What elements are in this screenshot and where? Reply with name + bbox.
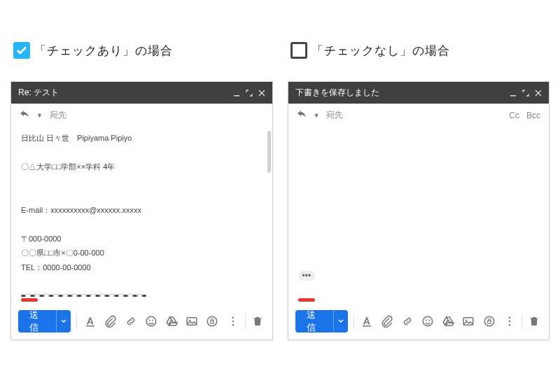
caption-text: 「チェックあり」の場合 — [34, 43, 173, 59]
expand-icon[interactable] — [522, 90, 529, 97]
expand-icon[interactable] — [246, 90, 253, 97]
body-line — [21, 218, 262, 230]
more-options-icon[interactable] — [502, 314, 517, 329]
svg-point-14 — [424, 316, 433, 326]
emoji-icon[interactable] — [421, 314, 435, 329]
body-line: E-mail：xxxxxxxxxx@xxxxxx.xxxxx — [21, 204, 262, 216]
show-trimmed-button[interactable]: ••• — [298, 271, 316, 281]
body-line: TEL：0000-00-0000 — [21, 262, 262, 274]
formatting-icon[interactable] — [360, 314, 374, 329]
svg-point-4 — [152, 320, 153, 321]
confidential-icon[interactable] — [482, 314, 496, 329]
recipients-row[interactable]: ▼ 宛先 — [11, 104, 272, 124]
svg-point-15 — [426, 320, 427, 321]
svg-point-2 — [146, 316, 156, 326]
recipient-label[interactable]: 宛先 — [326, 109, 502, 121]
body-line — [21, 147, 262, 159]
body-line: 〒000-0000 — [21, 233, 262, 245]
svg-rect-17 — [464, 318, 474, 326]
toolbar-separator — [245, 314, 246, 328]
link-icon[interactable] — [400, 314, 415, 329]
svg-point-21 — [509, 317, 510, 318]
checkbox-checked-icon — [13, 42, 30, 59]
attach-icon[interactable] — [103, 314, 118, 329]
svg-rect-12 — [510, 95, 516, 97]
toolbar-separator — [354, 314, 354, 328]
reply-dropdown-icon[interactable]: ▼ — [314, 112, 320, 119]
checkbox-unchecked-icon — [290, 42, 307, 59]
send-button-label: 送信 — [295, 310, 333, 332]
svg-rect-5 — [187, 318, 197, 326]
compose-window-left: Re: テスト ▼ 宛先 日比山 日々世 Pipiyama Pipiyo 〇△大… — [10, 81, 273, 340]
discard-icon[interactable] — [526, 314, 542, 329]
svg-rect-20 — [487, 321, 491, 323]
image-icon[interactable] — [461, 314, 476, 329]
caption-unchecked: 「チェックなし」の場合 — [288, 42, 550, 59]
caption-checked: 「チェックあり」の場合 — [10, 42, 273, 59]
confidential-icon[interactable] — [205, 314, 220, 329]
svg-rect-13 — [363, 326, 371, 327]
svg-point-9 — [232, 317, 233, 318]
send-button-label: 送信 — [18, 310, 56, 332]
send-options-dropdown[interactable] — [56, 310, 71, 332]
body-line: 〇〇県□□市×〇0-00-000 — [21, 247, 262, 259]
send-button[interactable]: 送信 — [18, 310, 71, 332]
body-line — [21, 176, 262, 188]
message-body[interactable]: 日比山 日々世 Pipiyama Pipiyo 〇△大学□□学部××学科 4年 … — [11, 124, 272, 297]
svg-rect-8 — [211, 321, 214, 323]
body-line — [21, 276, 262, 288]
svg-rect-1 — [86, 326, 94, 327]
svg-point-19 — [484, 316, 494, 326]
drive-icon[interactable] — [441, 314, 456, 329]
toolbar: 送信 — [288, 306, 550, 340]
discard-icon[interactable] — [250, 314, 265, 329]
close-icon[interactable] — [258, 90, 265, 97]
recipient-label[interactable]: 宛先 — [50, 109, 264, 121]
reply-icon[interactable] — [297, 110, 307, 120]
minimize-icon[interactable] — [510, 90, 517, 97]
svg-point-23 — [509, 324, 510, 326]
svg-point-3 — [149, 320, 150, 321]
toolbar: 送信 — [11, 306, 272, 340]
send-options-dropdown[interactable] — [333, 310, 348, 332]
window-title: Re: テスト — [18, 87, 227, 99]
more-options-icon[interactable] — [225, 314, 241, 329]
link-icon[interactable] — [123, 314, 138, 329]
message-body[interactable]: ••• — [288, 124, 550, 297]
reply-icon[interactable] — [20, 110, 29, 120]
svg-point-11 — [232, 324, 233, 326]
formatting-icon[interactable] — [83, 314, 97, 329]
red-underline — [298, 298, 315, 302]
svg-rect-0 — [234, 95, 239, 97]
compose-window-right: 下書きを保存しました ▼ 宛先 Cc Bcc ••• — [288, 81, 550, 340]
send-button[interactable]: 送信 — [295, 310, 348, 332]
reply-dropdown-icon[interactable]: ▼ — [36, 112, 43, 119]
svg-point-10 — [232, 321, 233, 322]
attach-icon[interactable] — [380, 314, 395, 329]
close-icon[interactable] — [535, 90, 542, 97]
window-title: 下書きを保存しました — [295, 87, 505, 99]
titlebar: 下書きを保存しました — [288, 82, 550, 104]
cc-button[interactable]: Cc — [509, 111, 519, 120]
toolbar-separator — [76, 314, 77, 328]
caption-text: 「チェックなし」の場合 — [312, 43, 450, 59]
svg-point-16 — [429, 320, 430, 321]
svg-point-7 — [207, 316, 217, 326]
body-line: 〇△大学□□学部××学科 4年 — [21, 161, 262, 173]
toolbar-separator — [522, 314, 522, 328]
emoji-icon[interactable] — [144, 314, 158, 329]
titlebar: Re: テスト — [11, 82, 272, 104]
body-line: 日比山 日々世 Pipiyama Pipiyo — [21, 132, 262, 144]
body-line — [21, 190, 262, 202]
svg-point-22 — [509, 321, 510, 322]
minimize-icon[interactable] — [233, 90, 240, 97]
red-underline — [21, 298, 38, 302]
bcc-button[interactable]: Bcc — [526, 111, 540, 120]
recipients-row[interactable]: ▼ 宛先 Cc Bcc — [288, 104, 550, 124]
scrollbar-thumb[interactable] — [267, 131, 271, 173]
body-line: ■□■□■□■□■□■□■□■□■□■□■□■□■□■ — [21, 290, 262, 298]
image-icon[interactable] — [184, 314, 199, 329]
drive-icon[interactable] — [164, 314, 178, 329]
